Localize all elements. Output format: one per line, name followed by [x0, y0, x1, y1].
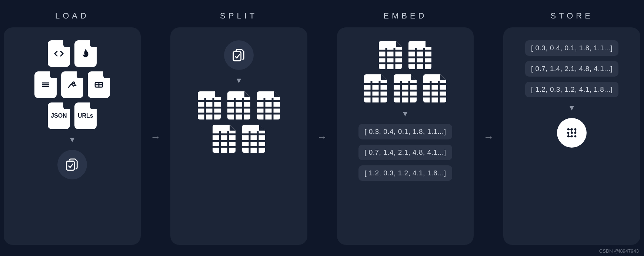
chunk-file-icon	[423, 74, 447, 103]
stage-card-split: ▾	[170, 27, 307, 245]
svg-point-9	[73, 82, 74, 84]
documents-check-icon	[57, 150, 87, 179]
arrow-split-embed: →	[307, 0, 337, 256]
image-file-icon	[61, 71, 83, 98]
table-file-icon	[88, 71, 110, 98]
caret-down-icon: ▾	[70, 135, 74, 144]
stage-split: SPLIT ▾	[170, 0, 307, 256]
arrow-right-icon: →	[317, 131, 327, 143]
json-file-icon: JSON	[48, 102, 70, 129]
stored-vector: [ 0.3, 0.4, 0.1, 1.8, 1.1...]	[525, 40, 618, 56]
stage-title-store: STORE	[550, 11, 593, 21]
chunk-file-icon	[241, 124, 266, 154]
stage-card-store: [ 0.3, 0.4, 0.1, 1.8, 1.1...] [ 0.7, 1.4…	[503, 27, 640, 245]
stage-card-load: JSON URLs ▾	[4, 27, 141, 245]
source-files-grid: JSON URLs	[34, 40, 110, 129]
chunk-file-icon	[363, 74, 388, 103]
chunk-file-icon	[393, 74, 417, 103]
caret-down-icon: ▾	[403, 109, 407, 118]
pdf-file-icon	[74, 40, 97, 67]
stage-title-embed: EMBED	[383, 11, 427, 21]
documents-check-icon	[224, 40, 254, 70]
stored-vectors-list: [ 0.3, 0.4, 0.1, 1.8, 1.1...] [ 0.7, 1.4…	[511, 40, 633, 97]
arrow-right-icon: →	[483, 131, 494, 143]
chunk-file-icon	[378, 40, 403, 70]
stage-load: LOAD	[4, 0, 141, 256]
chunk-file-icon	[212, 124, 236, 154]
chunk-file-icon	[256, 91, 281, 120]
stage-title-split: SPLIT	[220, 11, 257, 21]
caret-down-icon: ▾	[237, 76, 241, 85]
stage-embed: EMBED ▾ [ 0.3, 0.4, 0.1, 1.8, 1.1...] [ …	[337, 0, 474, 256]
text-file-icon	[34, 71, 57, 98]
stored-vector: [ 1.2, 0.3, 1.2, 4.1, 1.8...]	[525, 82, 618, 97]
vector-store-icon	[557, 118, 587, 148]
caret-down-icon: ▾	[570, 103, 574, 112]
urls-file-icon: URLs	[74, 102, 97, 129]
code-file-icon	[48, 40, 70, 67]
embedding-vector: [ 1.2, 0.3, 1.2, 4.1, 1.8...]	[358, 165, 452, 181]
chunk-file-icon	[408, 40, 432, 70]
embedding-vector: [ 0.3, 0.4, 0.1, 1.8, 1.1...]	[358, 124, 452, 139]
stored-vector: [ 0.7, 1.4, 2.1, 4.8, 4.1...]	[525, 61, 618, 77]
stage-store: STORE [ 0.3, 0.4, 0.1, 1.8, 1.1...] [ 0.…	[503, 0, 640, 256]
arrow-right-icon: →	[150, 131, 161, 143]
split-chunks-group	[197, 91, 281, 154]
watermark: CSDN @i8947943	[599, 248, 639, 254]
arrow-load-split: →	[141, 0, 170, 256]
pipeline-diagram: LOAD	[0, 0, 644, 256]
stage-title-load: LOAD	[55, 11, 89, 21]
chunk-file-icon	[227, 91, 251, 120]
embed-chunks-group	[363, 40, 447, 103]
stage-card-embed: ▾ [ 0.3, 0.4, 0.1, 1.8, 1.1...] [ 0.7, 1…	[337, 27, 474, 245]
chunk-file-icon	[197, 91, 221, 120]
svg-point-21	[574, 135, 577, 138]
embedding-vectors-list: [ 0.3, 0.4, 0.1, 1.8, 1.1...] [ 0.7, 1.4…	[344, 124, 467, 181]
arrow-embed-store: →	[474, 0, 503, 256]
embedding-vector: [ 0.7, 1.4, 2.1, 4.8, 4.1...]	[358, 145, 452, 160]
